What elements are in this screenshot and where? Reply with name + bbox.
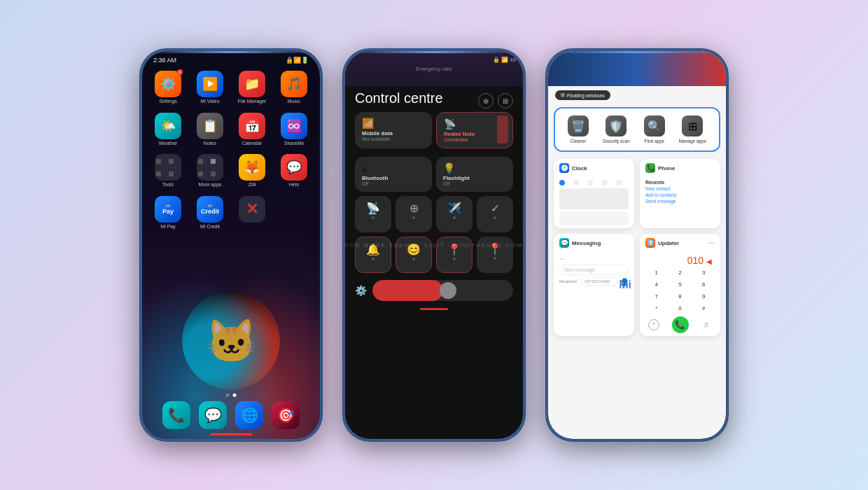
phone-window[interactable]: 📞 Phone Recents New contact Add to conta… [640, 159, 720, 228]
ctrl-location[interactable]: 📍 [436, 237, 472, 273]
mobile-data-icon: 📶 [362, 118, 425, 129]
manage-apps-label: Manage apps [679, 139, 706, 144]
bluetooth-tile[interactable]: ⟁ Bluetooth Off [355, 157, 432, 192]
ctrl-scan[interactable]: ⊕ [396, 196, 432, 232]
quick-find-apps[interactable]: 🔍 Find apps [638, 111, 671, 148]
ctrl-dot-6 [412, 258, 415, 260]
updater-window-header: ⬆️ Updater ⋯ [640, 234, 720, 252]
ctrl-face[interactable]: 😊 [396, 237, 432, 273]
app-zilli[interactable]: 🦊 Zilli [233, 154, 271, 188]
brightness-slider[interactable] [372, 280, 513, 301]
add-contacts-link[interactable]: Add to contacts [645, 192, 715, 197]
ctrl-nfc[interactable]: 📍 [477, 237, 513, 273]
face-icon: 😊 [407, 243, 421, 256]
airplane-icon: ✈️ [447, 202, 461, 215]
ctrl-check[interactable]: ✓ [477, 196, 513, 232]
manage-apps-icon: ⊞ [682, 115, 703, 136]
control-search-icon[interactable]: ⊕ [478, 93, 493, 108]
messaging-window[interactable]: 💬 Messaging ← New message Recipient: 187… [554, 234, 634, 336]
app-shareme[interactable]: ♾️ ShareMe [275, 113, 313, 146]
clock-window-title: Clock [572, 165, 587, 172]
updater-window-title: Updater [658, 240, 679, 246]
quick-security[interactable]: 🛡️ Security scan [597, 111, 636, 148]
key-2[interactable]: 2 [669, 267, 692, 278]
phone-1: 2:36 AM 🔒📶🔋 ⚙️ 1 Settings ▶️ Mi Video [140, 49, 322, 441]
app-settings[interactable]: ⚙️ 1 Settings [149, 71, 187, 104]
clock-window[interactable]: 🕐 Clock [554, 159, 634, 228]
new-contact-link[interactable]: New contact [645, 186, 715, 191]
key-9[interactable]: 9 [692, 291, 715, 302]
app-file-manager[interactable]: 📁 File Manager [233, 71, 271, 104]
key-7[interactable]: 7 [645, 291, 668, 302]
recents-title: Recents [645, 180, 664, 185]
quick-cleaner[interactable]: 🗑️ Cleaner [562, 111, 594, 148]
messaging-app-icon: 💬 [559, 238, 569, 248]
cleaner-icon: 🗑️ [568, 115, 589, 136]
ctrl-airplane[interactable]: ✈️ [436, 196, 472, 232]
ctrl-hotspot[interactable]: 📡 [355, 196, 391, 232]
redmi-note-tile[interactable]: 📡 Redmi Note Connected [436, 112, 513, 148]
app-calendar[interactable]: 📅 Calendar [233, 113, 271, 146]
key-1[interactable]: 1 [645, 267, 668, 278]
app-icon-x: ✕ [239, 196, 265, 223]
app-notes[interactable]: 📋 Notes [191, 113, 229, 146]
app-empty [275, 196, 313, 230]
app-label-shareme: ShareMe [284, 141, 304, 146]
updater-window[interactable]: ⬆️ Updater ⋯ 010 ◀ 1 2 3 4 5 6 [640, 234, 720, 336]
dock-camera[interactable]: 🎯 [272, 401, 300, 429]
app-icon-file-manager: 📁 [239, 71, 265, 97]
app-x[interactable]: ✕ [233, 196, 271, 230]
windows-grid: 🕐 Clock [548, 155, 726, 340]
key-6[interactable]: 6 [692, 279, 715, 290]
key-0[interactable]: 0 [669, 303, 692, 314]
app-mi-pay[interactable]: Mi Pay Mi Pay [149, 196, 187, 230]
security-icon: 🛡️ [606, 115, 626, 136]
app-grid-row2: 🌤️ Weather 📋 Notes 📅 Calendar ♾️ ShareMe [142, 108, 320, 150]
key-hash[interactable]: # [692, 303, 715, 314]
ctrl-dot-8 [493, 257, 496, 260]
app-weather[interactable]: 🌤️ Weather [149, 113, 187, 146]
dock-browser[interactable]: 🌐 [235, 401, 263, 429]
key-4[interactable]: 4 [645, 279, 668, 290]
control-tiles: 📶 Mobile data Not available 📡 Redmi Note… [345, 108, 523, 153]
control-grid-icon[interactable]: ⊞ [498, 93, 513, 108]
check-icon: ✓ [491, 202, 500, 215]
bluetooth-icon: ⟁ [362, 162, 425, 174]
send-message-link[interactable]: Send message [645, 199, 715, 204]
key-3[interactable]: 3 [692, 267, 715, 278]
ctrl-dot-3 [453, 216, 456, 219]
floating-icon: ⊞ [561, 92, 565, 98]
phone-window-header: 📞 Phone [640, 159, 720, 177]
dock-phone[interactable]: 📞 [162, 401, 190, 429]
redmi-sub: Connected [444, 137, 505, 142]
nfc-icon: 📍 [488, 242, 502, 255]
app-label-settings: Settings [159, 99, 176, 104]
swipe-bar [420, 308, 448, 310]
page-dot [226, 393, 230, 397]
find-apps-icon: 🔍 [644, 115, 665, 136]
phone-3: ⊞ Floating windows 🗑️ Cleaner 🛡️ Securit… [546, 49, 728, 441]
mobile-data-tile[interactable]: 📶 Mobile data Not available [355, 112, 432, 148]
app-mi-video[interactable]: ▶️ Mi Video [191, 71, 229, 104]
app-label-mi-pay: Mi Pay [160, 224, 175, 230]
brightness-fill [372, 280, 443, 301]
quick-manage-apps[interactable]: ⊞ Manage apps [673, 111, 712, 148]
key-8[interactable]: 8 [669, 291, 692, 302]
cleaner-label: Cleaner [570, 139, 587, 144]
app-more[interactable]: More apps [191, 154, 229, 188]
dock-messages[interactable]: 💬 [199, 401, 227, 429]
key-star[interactable]: * [645, 303, 668, 314]
app-helo[interactable]: 💬 Helo [275, 154, 313, 188]
brightness-dim-icon: ⚙️ [355, 285, 367, 296]
dialer-display: 010 ◀ [645, 255, 715, 266]
flashlight-tile[interactable]: 💡 Flashlight Off [436, 157, 513, 192]
phone3-banner [548, 51, 726, 86]
key-5[interactable]: 5 [669, 279, 692, 290]
app-music[interactable]: 🎵 Music [275, 71, 313, 104]
security-label: Security scan [603, 139, 630, 144]
app-mi-credit[interactable]: Mi Credit Mi Credit [191, 196, 229, 230]
app-tools[interactable]: Tools [149, 154, 187, 188]
ctrl-bell[interactable]: 🔔 [355, 237, 391, 273]
status-bar-1: 2:36 AM 🔒📶🔋 [142, 51, 320, 66]
app-icon-notes: 📋 [197, 113, 223, 139]
